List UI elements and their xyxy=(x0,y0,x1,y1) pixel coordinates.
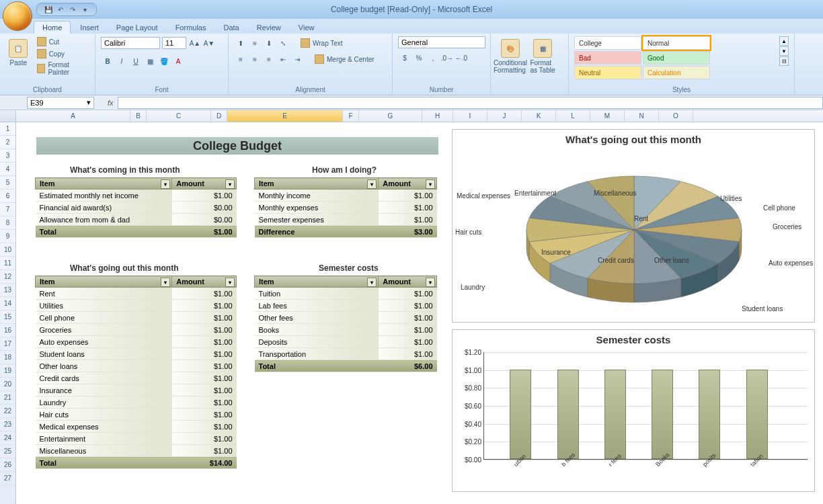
underline-button[interactable]: U xyxy=(129,54,143,68)
undo-icon[interactable]: ↶ xyxy=(56,5,65,14)
copy-button[interactable]: Copy xyxy=(36,48,89,59)
row-header[interactable]: 17 xyxy=(0,337,15,351)
align-middle-button[interactable]: ≡ xyxy=(248,36,262,50)
coming-in-table[interactable]: Item▾Amount▾Estimated monthly net income… xyxy=(35,177,237,238)
italic-button[interactable]: I xyxy=(115,54,128,68)
formula-input[interactable] xyxy=(118,97,823,109)
office-button[interactable] xyxy=(3,1,32,31)
tab-view[interactable]: View xyxy=(290,22,323,34)
row-header[interactable]: 5 xyxy=(0,176,15,190)
col-header[interactable]: G xyxy=(359,110,422,122)
orientation-button[interactable]: ⤡ xyxy=(276,36,290,50)
border-button[interactable]: ▦ xyxy=(143,54,157,68)
number-format-combo[interactable]: General xyxy=(398,36,485,48)
redo-icon[interactable]: ↷ xyxy=(68,5,77,14)
tab-data[interactable]: Data xyxy=(215,22,247,34)
style-cell[interactable]: Bad xyxy=(574,51,641,65)
style-cell[interactable]: Good xyxy=(643,51,710,65)
format-painter-button[interactable]: Format Painter xyxy=(36,60,89,77)
align-right-button[interactable]: ≡ xyxy=(262,52,276,66)
col-header[interactable]: J xyxy=(487,110,522,122)
increase-decimal-button[interactable]: .0→ xyxy=(440,51,454,65)
fx-icon[interactable]: fx xyxy=(108,99,114,107)
row-header[interactable]: 23 xyxy=(0,418,15,431)
row-header[interactable]: 15 xyxy=(0,310,15,324)
row-header[interactable]: 24 xyxy=(0,431,15,445)
row-header[interactable]: 14 xyxy=(0,297,15,310)
worksheet-grid[interactable]: 1234567891011121314151617181920212223242… xyxy=(0,122,823,504)
decrease-decimal-button[interactable]: ←.0 xyxy=(455,51,468,65)
styles-more-button[interactable]: ⊟ xyxy=(779,56,789,66)
col-header[interactable]: C xyxy=(147,110,211,122)
semester-table[interactable]: Item▾Amount▾Tuition$1.00Lab fees$1.00Oth… xyxy=(254,276,437,372)
col-header[interactable]: L xyxy=(556,110,590,122)
bold-button[interactable]: B xyxy=(101,54,114,68)
align-left-button[interactable]: ≡ xyxy=(234,52,247,66)
shrink-font-button[interactable]: A▼ xyxy=(202,36,216,50)
row-header[interactable]: 21 xyxy=(0,391,15,405)
col-header[interactable]: N xyxy=(625,110,659,122)
style-cell[interactable]: College xyxy=(574,36,641,50)
pie-chart[interactable]: What's going out this month RentUtilitie… xyxy=(452,129,815,323)
increase-indent-button[interactable]: ⇥ xyxy=(290,52,304,66)
align-center-button[interactable]: ≡ xyxy=(248,52,262,66)
row-header[interactable]: 12 xyxy=(0,270,15,284)
cell-styles-gallery[interactable]: CollegeNormalBadGoodNeutralCalculation xyxy=(574,36,774,79)
grow-font-button[interactable]: A▲ xyxy=(188,36,202,50)
tab-insert[interactable]: Insert xyxy=(72,22,107,34)
col-header[interactable]: A xyxy=(16,110,130,122)
merge-center-button[interactable]: Merge & Center xyxy=(313,52,376,66)
going-out-table[interactable]: Item▾Amount▾Rent$1.00Utilities$1.00Cell … xyxy=(35,276,237,469)
tab-page-layout[interactable]: Page Layout xyxy=(108,22,166,34)
cut-button[interactable]: Cut xyxy=(36,36,89,47)
how-doing-table[interactable]: Item▾Amount▾Monthly income$1.00Monthly e… xyxy=(254,177,437,238)
fill-color-button[interactable]: 🪣 xyxy=(157,54,171,68)
row-header[interactable]: 7 xyxy=(0,203,15,216)
col-header[interactable]: B xyxy=(130,110,147,122)
row-header[interactable]: 19 xyxy=(0,364,15,378)
row-header[interactable]: 13 xyxy=(0,284,15,297)
align-top-button[interactable]: ⬆ xyxy=(234,36,247,50)
tab-home[interactable]: Home xyxy=(34,21,71,34)
row-header[interactable]: 9 xyxy=(0,230,15,243)
currency-button[interactable]: $ xyxy=(398,51,412,65)
row-header[interactable]: 22 xyxy=(0,405,15,418)
bar-chart[interactable]: Semester costs $0.00$0.20$0.40$0.60$0.80… xyxy=(452,329,815,492)
col-header[interactable]: F xyxy=(343,110,359,122)
namebox-dropdown-icon[interactable]: ▾ xyxy=(87,98,91,107)
row-header[interactable]: 16 xyxy=(0,324,15,337)
name-box[interactable]: E39▾ xyxy=(27,97,94,109)
conditional-formatting-button[interactable]: 🎨Conditional Formatting xyxy=(496,36,524,77)
font-name-combo[interactable]: Calibri xyxy=(101,37,160,49)
row-header[interactable]: 27 xyxy=(0,472,15,485)
style-cell[interactable]: Neutral xyxy=(574,66,641,79)
styles-scroll-down[interactable]: ▼ xyxy=(779,46,789,56)
row-header[interactable]: 2 xyxy=(0,136,15,149)
col-header[interactable]: H xyxy=(422,110,453,122)
row-header[interactable]: 3 xyxy=(0,149,15,163)
wrap-text-button[interactable]: Wrap Text xyxy=(299,36,344,50)
col-header[interactable]: D xyxy=(211,110,227,122)
col-header[interactable]: M xyxy=(590,110,625,122)
row-header[interactable]: 6 xyxy=(0,190,15,203)
row-header[interactable]: 11 xyxy=(0,257,15,270)
percent-button[interactable]: % xyxy=(412,51,426,65)
comma-button[interactable]: , xyxy=(426,51,440,65)
decrease-indent-button[interactable]: ⇤ xyxy=(276,52,290,66)
paste-button[interactable]: 📋Paste xyxy=(5,36,32,69)
col-header[interactable]: E xyxy=(227,110,343,122)
qat-dropdown-icon[interactable]: ▾ xyxy=(80,5,89,14)
row-header[interactable]: 25 xyxy=(0,445,15,458)
row-header[interactable]: 1 xyxy=(0,122,15,136)
row-header[interactable]: 20 xyxy=(0,378,15,391)
styles-scroll-up[interactable]: ▲ xyxy=(779,36,789,46)
font-color-button[interactable]: A xyxy=(171,54,185,68)
tab-review[interactable]: Review xyxy=(249,22,289,34)
col-header[interactable]: I xyxy=(453,110,487,122)
align-bottom-button[interactable]: ⬇ xyxy=(262,36,276,50)
row-header[interactable]: 4 xyxy=(0,163,15,176)
row-header[interactable]: 26 xyxy=(0,458,15,472)
format-as-table-button[interactable]: ▦Format as Table xyxy=(528,36,557,77)
row-header[interactable]: 10 xyxy=(0,243,15,257)
tab-formulas[interactable]: Formulas xyxy=(167,22,214,34)
